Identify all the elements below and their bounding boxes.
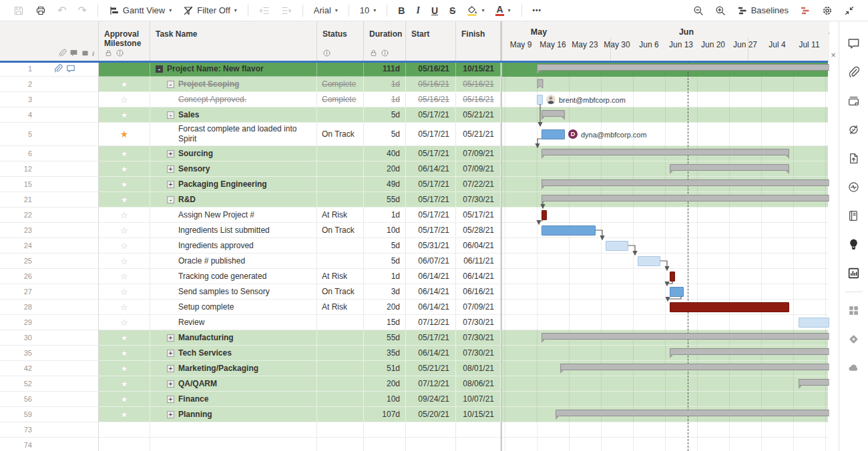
task-bar[interactable] — [537, 95, 543, 105]
star-empty-icon[interactable]: ☆ — [120, 226, 128, 235]
task-name-cell[interactable]: Review — [150, 315, 317, 330]
approval-milestone-cell[interactable]: ★ — [99, 361, 150, 376]
row-number[interactable]: 15 — [0, 177, 41, 192]
row-indicator-cell[interactable] — [41, 254, 99, 269]
approval-milestone-cell[interactable]: ★ — [99, 107, 150, 123]
row-number[interactable]: 23 — [0, 223, 41, 238]
more-options-button[interactable]: ••• — [527, 5, 548, 16]
sidebar-item-apps[interactable] — [844, 296, 864, 325]
task-name-cell[interactable]: Ingredients List submitted — [150, 223, 317, 238]
row-indicator-cell[interactable] — [41, 422, 99, 438]
task-name-cell[interactable]: +Sensory — [150, 161, 317, 177]
row-indicator-cell[interactable] — [41, 192, 99, 207]
bold-button[interactable]: B — [393, 4, 410, 17]
sidebar-item-smartsheet-labs[interactable] — [844, 354, 864, 382]
row-indicator-cell[interactable] — [41, 238, 99, 254]
task-name-cell[interactable]: Setup complete — [150, 300, 317, 315]
collapse-toggle[interactable]: - — [156, 65, 163, 73]
duration-cell[interactable] — [364, 422, 406, 438]
row-indicator-cell[interactable] — [41, 330, 99, 346]
column-header-status[interactable]: Status — [317, 21, 364, 61]
collapse-toggle[interactable]: - — [167, 81, 174, 88]
star-icon[interactable]: ★ — [120, 349, 128, 358]
approval-milestone-cell[interactable] — [99, 61, 150, 77]
row-number[interactable]: 27 — [0, 284, 41, 300]
status-cell[interactable] — [317, 146, 364, 161]
start-date-cell[interactable]: 06/14/21 — [406, 300, 456, 315]
undo-button[interactable]: ↶ — [52, 3, 71, 18]
row-indicator-cell[interactable] — [41, 177, 99, 192]
row-indicator-cell[interactable] — [41, 315, 99, 330]
start-date-cell[interactable] — [406, 438, 456, 451]
expand-toggle[interactable]: + — [167, 334, 174, 342]
status-cell[interactable] — [317, 254, 364, 269]
finish-date-cell[interactable]: 07/30/21 — [456, 192, 501, 207]
row-number[interactable]: 6 — [0, 146, 41, 161]
collapse-toolbar-button[interactable] — [839, 3, 860, 18]
star-icon[interactable]: ★ — [120, 334, 128, 342]
task-name-cell[interactable]: Concept Approved. — [150, 92, 317, 107]
task-bar[interactable] — [799, 318, 829, 328]
status-cell[interactable] — [317, 330, 364, 346]
collapse-toggle[interactable]: - — [167, 196, 174, 203]
summary-bar[interactable] — [541, 110, 565, 117]
summary-bar[interactable] — [560, 364, 829, 370]
expand-toggle[interactable]: + — [167, 150, 174, 157]
approval-milestone-cell[interactable]: ☆ — [99, 315, 150, 330]
task-name-cell[interactable]: +Marketing/Packaging — [150, 361, 317, 376]
duration-cell[interactable] — [364, 438, 406, 451]
task-bar[interactable] — [670, 287, 684, 297]
start-date-cell[interactable]: 05/16/21 — [406, 61, 456, 77]
row-indicator-cell[interactable] — [41, 123, 99, 146]
settings-button[interactable] — [817, 3, 838, 18]
star-icon[interactable]: ★ — [120, 364, 128, 373]
summary-bar[interactable] — [537, 64, 829, 71]
sidebar-item-attachments[interactable] — [844, 58, 864, 87]
row-number[interactable]: 26 — [0, 269, 41, 284]
start-date-cell[interactable]: 05/17/21 — [406, 146, 456, 161]
approval-milestone-cell[interactable]: ☆ — [99, 269, 150, 284]
summary-bar[interactable] — [670, 164, 789, 171]
status-cell[interactable] — [317, 422, 364, 438]
fill-color-button[interactable]: ▾ — [461, 3, 489, 18]
finish-date-cell[interactable]: 06/11/21 — [456, 254, 501, 269]
task-name-cell[interactable]: +Tech Services — [150, 346, 317, 361]
row-indicator-cell[interactable] — [41, 300, 99, 315]
approval-milestone-cell[interactable]: ☆ — [99, 284, 150, 300]
star-icon[interactable]: ★ — [120, 80, 128, 89]
task-name-cell[interactable]: -Project Scoping — [150, 77, 317, 92]
finish-date-cell[interactable]: 10/15/21 — [456, 407, 501, 422]
column-header-finish[interactable]: Finish — [456, 21, 501, 61]
summary-bar[interactable] — [556, 410, 829, 416]
status-cell[interactable]: Complete — [317, 77, 364, 92]
row-indicator-cell[interactable] — [41, 107, 99, 123]
duration-cell[interactable]: 107d — [364, 407, 406, 422]
approval-milestone-cell[interactable]: ★ — [99, 77, 150, 92]
row-indicator-cell[interactable] — [41, 146, 99, 161]
duration-cell[interactable]: 111d — [364, 61, 406, 77]
sidebar-item-activity-log[interactable] — [844, 173, 864, 201]
assignee-avatar[interactable]: D — [568, 129, 578, 139]
status-cell[interactable] — [317, 438, 364, 451]
row-number[interactable]: 24 — [0, 238, 41, 254]
duration-cell[interactable]: 5d — [364, 254, 406, 269]
duration-cell[interactable]: 20d — [364, 300, 406, 315]
status-cell[interactable] — [317, 392, 364, 407]
print-button[interactable] — [30, 3, 51, 18]
start-date-cell[interactable]: 07/12/21 — [406, 315, 456, 330]
task-name-cell[interactable]: +Planning — [150, 407, 317, 422]
start-date-cell[interactable]: 06/14/21 — [406, 346, 456, 361]
status-cell[interactable] — [317, 361, 364, 376]
column-header-approval-milestone[interactable]: Approval Milestone — [99, 21, 150, 61]
task-name-cell[interactable]: +Finance — [150, 392, 317, 407]
row-indicator-cell[interactable] — [41, 407, 99, 422]
finish-date-cell[interactable]: 07/09/21 — [456, 146, 501, 161]
start-date-cell[interactable]: 05/17/21 — [406, 123, 456, 146]
font-size-button[interactable]: 10▾ — [355, 3, 381, 17]
zoom-in-button[interactable] — [710, 3, 731, 18]
sidebar-item-charts[interactable] — [844, 259, 864, 288]
status-cell[interactable]: At Risk — [317, 269, 364, 284]
star-empty-icon[interactable]: ☆ — [120, 211, 128, 219]
expand-toggle[interactable]: + — [167, 380, 174, 388]
start-date-cell[interactable]: 05/17/21 — [406, 330, 456, 346]
